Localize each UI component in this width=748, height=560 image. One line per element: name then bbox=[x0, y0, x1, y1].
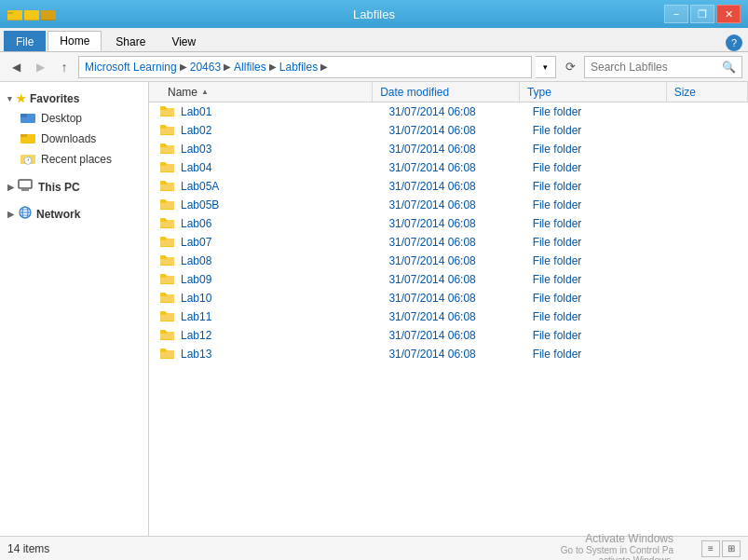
network-expand-icon: ▶ bbox=[7, 210, 14, 219]
table-row[interactable]: Lab01 31/07/2014 06:08 File folder bbox=[149, 102, 748, 121]
view-large-button[interactable]: ⊞ bbox=[722, 540, 741, 557]
search-input[interactable] bbox=[591, 61, 722, 74]
main-content: ▾ ★ Favorites Desktop Downloads 🕐 bbox=[0, 82, 748, 536]
file-type: File folder bbox=[525, 105, 669, 118]
folder-icon bbox=[160, 198, 177, 212]
sidebar-item-recent[interactable]: 🕐 Recent places bbox=[0, 149, 148, 170]
breadcrumb-item-4[interactable]: Labfiles bbox=[279, 61, 318, 74]
address-dropdown-button[interactable]: ▾ bbox=[536, 56, 556, 78]
file-date: 31/07/2014 06:08 bbox=[381, 292, 524, 305]
sidebar-favorites-header[interactable]: ▾ ★ Favorites bbox=[0, 89, 148, 108]
file-date: 31/07/2014 06:08 bbox=[381, 124, 524, 137]
file-list-area: Name ▲ Date modified Type Size Lab01 31/… bbox=[149, 82, 748, 536]
tab-file[interactable]: File bbox=[4, 31, 46, 51]
tab-home[interactable]: Home bbox=[48, 31, 102, 51]
breadcrumb-item-2[interactable]: 20463 bbox=[190, 61, 221, 74]
col-header-size[interactable]: Size bbox=[667, 82, 748, 102]
downloads-icon bbox=[20, 131, 37, 146]
file-type: File folder bbox=[525, 180, 669, 193]
svg-rect-1 bbox=[7, 10, 22, 20]
breadcrumb-item-3[interactable]: Allfiles bbox=[234, 61, 266, 74]
svg-rect-65 bbox=[160, 256, 167, 259]
up-button[interactable]: ↑ bbox=[54, 57, 75, 77]
breadcrumb-sep-2: ▶ bbox=[224, 61, 231, 72]
table-row[interactable]: Lab06 31/07/2014 06:08 File folder bbox=[149, 214, 748, 233]
svg-rect-55 bbox=[160, 219, 167, 222]
svg-rect-10 bbox=[20, 134, 27, 137]
file-name: Lab12 bbox=[181, 329, 381, 342]
svg-rect-8 bbox=[20, 114, 27, 117]
refresh-button[interactable]: ⟳ bbox=[560, 56, 580, 78]
folder-icon bbox=[160, 160, 177, 175]
svg-rect-4 bbox=[24, 10, 39, 20]
svg-rect-60 bbox=[160, 238, 167, 240]
ribbon-tabs: File Home Share View ? bbox=[0, 28, 748, 52]
table-row[interactable]: Lab11 31/07/2014 06:08 File folder bbox=[149, 307, 748, 326]
file-date: 31/07/2014 06:08 bbox=[381, 143, 524, 156]
view-details-button[interactable]: ≡ bbox=[701, 540, 720, 557]
recent-icon: 🕐 bbox=[20, 152, 37, 167]
table-row[interactable]: Lab09 31/07/2014 06:08 File folder bbox=[149, 270, 748, 289]
forward-button[interactable]: ▶ bbox=[30, 57, 50, 77]
table-row[interactable]: Lab05B 31/07/2014 06:08 File folder bbox=[149, 196, 748, 214]
breadcrumb-sep-3: ▶ bbox=[269, 61, 277, 72]
table-row[interactable]: Lab08 31/07/2014 06:08 File folder bbox=[149, 252, 748, 270]
file-type: File folder bbox=[525, 143, 669, 156]
address-bar: ◀ ▶ ↑ Microsoft Learning ▶ 20463 ▶ Allfi… bbox=[0, 52, 748, 82]
minimize-button[interactable]: − bbox=[664, 5, 688, 23]
file-date: 31/07/2014 06:08 bbox=[381, 105, 524, 118]
close-button[interactable]: ✕ bbox=[716, 5, 741, 23]
restore-button[interactable]: ❒ bbox=[690, 5, 714, 23]
breadcrumb-item-1[interactable]: Microsoft Learning bbox=[85, 61, 177, 74]
title-bar: Labfiles − ❒ ✕ bbox=[0, 0, 748, 28]
table-row[interactable]: Lab07 31/07/2014 06:08 File folder bbox=[149, 233, 748, 252]
thispc-expand-icon: ▶ bbox=[7, 183, 14, 192]
help-button[interactable]: ? bbox=[726, 34, 742, 51]
file-date: 31/07/2014 06:08 bbox=[381, 273, 524, 286]
table-row[interactable]: Lab04 31/07/2014 06:08 File folder bbox=[149, 158, 748, 177]
file-date: 31/07/2014 06:08 bbox=[381, 329, 524, 342]
file-date: 31/07/2014 06:08 bbox=[381, 310, 524, 323]
file-name: Lab08 bbox=[181, 254, 381, 267]
file-date: 31/07/2014 06:08 bbox=[381, 236, 524, 249]
table-row[interactable]: Lab03 31/07/2014 06:08 File folder bbox=[149, 140, 748, 158]
file-name: Lab02 bbox=[181, 124, 381, 137]
tab-share[interactable]: Share bbox=[103, 31, 157, 51]
tab-view[interactable]: View bbox=[159, 31, 208, 51]
window-title: Labfiles bbox=[0, 7, 748, 21]
table-row[interactable]: Lab13 31/07/2014 06:08 File folder bbox=[149, 345, 748, 363]
network-label: Network bbox=[36, 208, 80, 221]
folder-icon bbox=[160, 142, 177, 157]
file-date: 31/07/2014 06:08 bbox=[381, 198, 524, 212]
svg-rect-30 bbox=[160, 126, 167, 129]
sidebar-thispc-header[interactable]: ▶ This PC bbox=[0, 175, 148, 198]
back-button[interactable]: ◀ bbox=[6, 57, 26, 77]
col-header-date[interactable]: Date modified bbox=[373, 82, 520, 102]
sidebar-item-desktop-label: Desktop bbox=[41, 112, 82, 125]
table-row[interactable]: Lab05A 31/07/2014 06:08 File folder bbox=[149, 177, 748, 196]
sidebar-network-section: ▶ Network bbox=[0, 202, 148, 225]
file-date: 31/07/2014 06:08 bbox=[381, 161, 524, 174]
file-name: Lab09 bbox=[181, 273, 381, 286]
file-date: 31/07/2014 06:08 bbox=[381, 348, 524, 361]
file-type: File folder bbox=[525, 236, 669, 249]
table-row[interactable]: Lab02 31/07/2014 06:08 File folder bbox=[149, 121, 748, 140]
folder-icon bbox=[160, 253, 177, 268]
thispc-label: This PC bbox=[38, 181, 80, 194]
sidebar-item-recent-label: Recent places bbox=[41, 153, 112, 166]
folder-icon bbox=[160, 347, 177, 362]
col-header-type[interactable]: Type bbox=[520, 82, 667, 102]
sort-arrow-icon: ▲ bbox=[201, 88, 209, 96]
svg-rect-90 bbox=[160, 349, 167, 352]
file-type: File folder bbox=[525, 161, 669, 174]
table-row[interactable]: Lab10 31/07/2014 06:08 File folder bbox=[149, 289, 748, 307]
sidebar-network-header[interactable]: ▶ Network bbox=[0, 202, 148, 225]
file-type: File folder bbox=[525, 254, 669, 267]
col-header-name[interactable]: Name ▲ bbox=[160, 82, 373, 102]
file-name: Lab10 bbox=[181, 292, 381, 305]
folder-icon bbox=[160, 123, 177, 138]
sidebar-item-downloads[interactable]: Downloads bbox=[0, 129, 148, 149]
file-date: 31/07/2014 06:08 bbox=[381, 217, 524, 230]
sidebar-item-desktop[interactable]: Desktop bbox=[0, 108, 148, 129]
table-row[interactable]: Lab12 31/07/2014 06:08 File folder bbox=[149, 326, 748, 345]
